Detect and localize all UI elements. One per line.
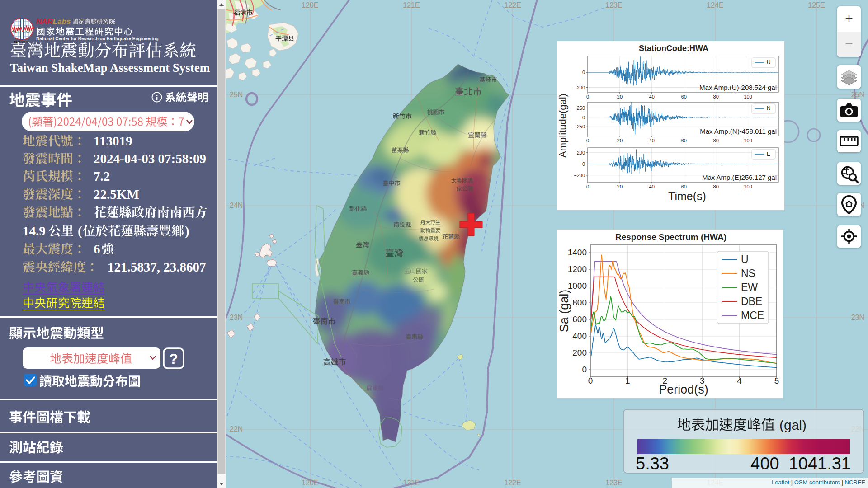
svg-text:5.33: 5.33 [636, 454, 669, 473]
svg-text:80: 80 [713, 138, 719, 143]
svg-text:122E: 122E [504, 1, 521, 9]
svg-text:0: 0 [582, 70, 585, 75]
svg-text:400: 400 [572, 331, 587, 341]
svg-text:24N: 24N [230, 202, 243, 209]
svg-text:22N: 22N [230, 425, 243, 433]
svg-text:14.9: 14.9 [23, 224, 46, 238]
svg-text:DBE: DBE [741, 296, 762, 307]
svg-text:(: ( [78, 224, 82, 239]
svg-text:EW: EW [741, 282, 758, 293]
svg-text:2024-04-03 07:58:09: 2024-04-03 07:58:09 [94, 151, 206, 166]
svg-text:100: 100 [744, 94, 752, 99]
svg-text:40: 40 [649, 138, 655, 143]
svg-text:60: 60 [681, 138, 687, 143]
svg-text:200: 200 [572, 348, 587, 357]
svg-text:80: 80 [713, 184, 719, 189]
svg-text:1041.31: 1041.31 [789, 454, 851, 473]
svg-text:0: 0 [582, 365, 587, 374]
svg-text:113019: 113019 [94, 134, 132, 148]
svg-text:120E: 120E [302, 1, 318, 9]
svg-text:0: 0 [582, 161, 585, 167]
svg-text:250: 250 [577, 105, 585, 111]
svg-text:60: 60 [681, 184, 687, 189]
svg-text:Max Amp.(N)-458.011 gal: Max Amp.(N)-458.011 gal [700, 127, 777, 135]
svg-text:(gal): (gal) [779, 418, 807, 432]
svg-text:4: 4 [737, 376, 742, 385]
svg-text:122E: 122E [504, 479, 521, 487]
svg-text:80: 80 [713, 94, 719, 99]
svg-text:400: 400 [750, 454, 779, 473]
svg-text:StationCode:HWA: StationCode:HWA [639, 44, 708, 53]
svg-text:121E: 121E [403, 1, 420, 9]
svg-text:U: U [741, 253, 749, 265]
svg-text:−250: −250 [574, 124, 585, 129]
svg-text:Amplitude(gal): Amplitude(gal) [557, 94, 568, 158]
svg-text:100: 100 [744, 184, 752, 189]
svg-text:E: E [767, 151, 770, 157]
svg-text:20: 20 [617, 94, 623, 99]
svg-text:−200: −200 [574, 173, 585, 178]
svg-text:100: 100 [744, 138, 752, 143]
svg-text:125E: 125E [808, 1, 825, 9]
svg-text:0: 0 [586, 138, 589, 143]
svg-text:NS: NS [741, 267, 755, 279]
svg-text:121E: 121E [403, 479, 420, 487]
svg-text:6: 6 [94, 242, 100, 256]
svg-text:): ) [185, 224, 189, 239]
svg-text:22.5KM: 22.5KM [94, 187, 139, 202]
svg-text:23N: 23N [851, 314, 864, 321]
svg-text:U: U [767, 59, 771, 66]
svg-text:N: N [767, 105, 771, 112]
svg-text:200: 200 [577, 150, 585, 155]
svg-text:?: ? [169, 351, 178, 367]
svg-text:7.2: 7.2 [94, 169, 110, 183]
svg-text:0: 0 [588, 376, 593, 385]
svg-text:600: 600 [572, 314, 587, 324]
svg-text:1200: 1200 [568, 264, 587, 274]
svg-text:60: 60 [681, 94, 687, 99]
svg-text:NARLabs: NARLabs [36, 17, 71, 26]
svg-text:Time(s): Time(s) [668, 190, 706, 202]
svg-text:121.5837, 23.8607: 121.5837, 23.8607 [108, 260, 206, 274]
svg-text:124E: 124E [707, 1, 723, 9]
svg-text:120E: 120E [302, 479, 318, 487]
svg-text:123E: 123E [605, 479, 622, 487]
svg-text:National Center for Research o: National Center for Research on Earthqua… [36, 36, 159, 41]
svg-text:0: 0 [586, 184, 589, 189]
svg-text:25N: 25N [851, 91, 864, 99]
svg-text:20: 20 [617, 138, 623, 143]
svg-text:1000: 1000 [568, 281, 587, 291]
svg-text:40: 40 [649, 94, 655, 99]
svg-text:1400: 1400 [568, 248, 587, 257]
svg-text:800: 800 [572, 298, 587, 307]
svg-text:23N: 23N [230, 314, 243, 321]
svg-text:40: 40 [649, 184, 655, 189]
svg-text:0: 0 [586, 94, 589, 99]
svg-text:Taiwan ShakeMap Assessment Sys: Taiwan ShakeMap Assessment System [10, 61, 210, 75]
svg-text:Max Amp.(E)256.127 gal: Max Amp.(E)256.127 gal [702, 174, 777, 181]
svg-text:Period(s): Period(s) [659, 383, 708, 396]
svg-text:25N: 25N [230, 91, 243, 99]
svg-text:NCREE: NCREE [14, 39, 29, 44]
svg-text:1: 1 [625, 376, 630, 385]
svg-text:−200: −200 [574, 85, 585, 90]
svg-text:0: 0 [582, 115, 585, 120]
svg-text:MCE: MCE [741, 310, 764, 321]
svg-text:Max Amp.(U)-208.524 gal: Max Amp.(U)-208.524 gal [699, 84, 777, 91]
svg-text:Sa (gal): Sa (gal) [557, 290, 571, 333]
svg-text:20: 20 [617, 184, 623, 189]
svg-text:123E: 123E [605, 1, 622, 9]
svg-text:5: 5 [774, 376, 779, 385]
svg-text:Response Spectrum (HWA): Response Spectrum (HWA) [615, 232, 726, 242]
